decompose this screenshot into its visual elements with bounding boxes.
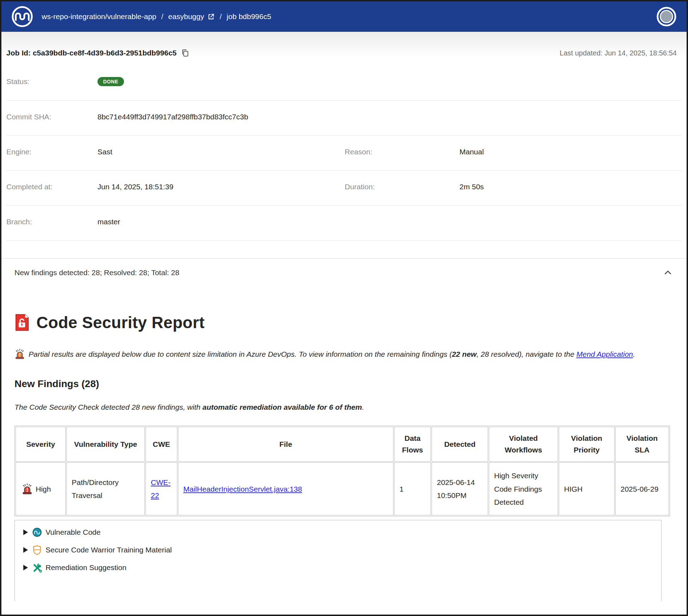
- duration-label: Duration:: [345, 183, 459, 191]
- copy-job-id-button[interactable]: [181, 49, 189, 57]
- finding-details-box: Vulnerable Code Secure Code Warrior Trai…: [14, 520, 662, 601]
- reason-label: Reason:: [345, 148, 459, 156]
- table-header-row: Severity Vulnerability Type CWE File Dat…: [16, 427, 669, 462]
- job-info-section: Job Id: c5a39bdb-ce8f-4d39-b6d3-2951bdb9…: [1, 32, 687, 241]
- col-severity: Severity: [16, 427, 66, 462]
- col-violation-sla: Violation SLA: [615, 427, 669, 462]
- notice-bold-new-count: 22 new: [452, 350, 476, 358]
- training-material-toggle[interactable]: Secure Code Warrior Training Material: [23, 545, 661, 555]
- branch-value: master: [97, 218, 345, 226]
- finding-row: High Path/Directory Traversal CWE-22 Mai…: [16, 462, 669, 515]
- violation-sla-cell: 2025-06-29: [615, 462, 669, 515]
- breadcrumb-separator: /: [161, 12, 164, 21]
- engine-reason-row: Engine: Sast Reason: Manual: [6, 136, 682, 171]
- findings-expander: New findings detected: 28; Resolved: 28;…: [1, 258, 687, 601]
- training-material-label: Secure Code Warrior Training Material: [46, 546, 172, 554]
- orange-shield-icon: [32, 545, 42, 555]
- completed-at-label: Completed at:: [6, 183, 97, 191]
- breadcrumb: ws-repo-integration/vulnerable-app / eas…: [42, 12, 271, 21]
- vulnerable-code-toggle[interactable]: Vulnerable Code: [23, 527, 661, 537]
- breadcrumb-project-link[interactable]: easybuggy: [168, 12, 215, 21]
- severity-cell: High: [16, 462, 66, 515]
- commit-sha-label: Commit SHA:: [6, 113, 97, 121]
- findings-summary-bar[interactable]: New findings detected: 28; Resolved: 28;…: [1, 259, 687, 285]
- intro-text-1: The Code Security Check detected 28 new …: [14, 403, 202, 411]
- expand-triangle-icon: [23, 547, 28, 553]
- chevron-up-icon[interactable]: [663, 268, 672, 277]
- commit-sha-value: 8bc71e449ff3d749917af298ffb37bd83fcc7c3b: [97, 113, 345, 121]
- mend-teal-circle-icon: [32, 527, 42, 537]
- breadcrumb-job-label: job bdb996c5: [227, 12, 271, 21]
- branch-row: Branch: master: [6, 206, 682, 241]
- expand-triangle-icon: [23, 565, 28, 570]
- col-cwe: CWE: [146, 427, 177, 462]
- job-fields: Status: DONE Commit SHA: 8bc71e449ff3d74…: [6, 66, 682, 241]
- new-findings-heading: New Findings (28): [14, 378, 673, 390]
- red-lock-document-icon: [14, 314, 29, 331]
- completed-at-value: Jun 14, 2025, 18:51:39: [97, 183, 345, 191]
- col-vulnerability-type: Vulnerability Type: [66, 427, 145, 462]
- engine-value: Sast: [97, 148, 345, 156]
- cwe-cell: CWE-22: [146, 462, 177, 515]
- green-crossed-tools-icon: [32, 563, 42, 573]
- external-link-icon: [207, 13, 215, 20]
- commit-row: Commit SHA: 8bc71e449ff3d749917af298ffb3…: [6, 101, 682, 136]
- expand-triangle-icon: [23, 529, 28, 535]
- alarm-light-icon: [22, 483, 33, 494]
- remediation-suggestion-toggle[interactable]: Remediation Suggestion: [23, 563, 661, 573]
- partial-results-notice: Partial results are displayed below due …: [14, 348, 650, 361]
- alarm-light-icon: [14, 349, 25, 359]
- mend-logo-icon[interactable]: [11, 6, 33, 28]
- completed-duration-row: Completed at: Jun 14, 2025, 18:51:39 Dur…: [6, 171, 682, 206]
- findings-summary-text: New findings detected: 28; Resolved: 28;…: [14, 268, 179, 277]
- copy-icon: [181, 49, 189, 57]
- intro-bold: automatic remediation available for 6 of…: [202, 403, 362, 411]
- detected-cell: 2025-06-14 10:50PM: [432, 462, 488, 515]
- findings-intro: The Code Security Check detected 28 new …: [14, 403, 673, 411]
- col-detected: Detected: [432, 427, 488, 462]
- file-link[interactable]: MailHeaderInjectionServlet.java:138: [183, 485, 302, 493]
- breadcrumb-repo-link[interactable]: ws-repo-integration/vulnerable-app: [42, 12, 156, 21]
- top-navigation-bar: ws-repo-integration/vulnerable-app / eas…: [1, 1, 687, 32]
- data-flows-cell: 1: [394, 462, 431, 515]
- status-badge: DONE: [97, 77, 124, 86]
- notice-text-1: Partial results are displayed below due …: [29, 350, 452, 358]
- report-title: Code Security Report: [36, 313, 204, 332]
- col-violation-priority: Violation Priority: [559, 427, 615, 462]
- user-avatar[interactable]: [656, 6, 677, 27]
- vulnerability-type-cell: Path/Directory Traversal: [66, 462, 145, 515]
- breadcrumb-project-label: easybuggy: [168, 12, 204, 21]
- engine-label: Engine:: [6, 148, 97, 156]
- violated-workflows-cell: High Severity Code Findings Detected: [489, 462, 558, 515]
- reason-value: Manual: [459, 148, 682, 156]
- findings-table: Severity Vulnerability Type CWE File Dat…: [14, 426, 670, 516]
- status-label: Status:: [6, 77, 97, 86]
- job-id: Job Id: c5a39bdb-ce8f-4d39-b6d3-2951bdb9…: [6, 49, 177, 57]
- col-data-flows: Data Flows: [394, 427, 431, 462]
- notice-text-3: .: [633, 350, 635, 358]
- violation-priority-cell: HIGH: [559, 462, 615, 515]
- branch-label: Branch:: [6, 218, 97, 226]
- file-cell: MailHeaderInjectionServlet.java:138: [178, 462, 393, 515]
- last-updated: Last updated: Jun 14, 2025, 18:56:54: [560, 49, 682, 57]
- remediation-suggestion-label: Remediation Suggestion: [46, 563, 126, 572]
- cwe-link[interactable]: CWE-22: [151, 478, 171, 500]
- col-file: File: [178, 427, 393, 462]
- duration-value: 2m 50s: [459, 183, 682, 191]
- breadcrumb-separator: /: [220, 12, 222, 21]
- notice-text-2: , 28 resolved), navigate to the: [476, 350, 576, 358]
- vulnerable-code-label: Vulnerable Code: [46, 528, 101, 537]
- status-row: Status: DONE: [6, 66, 682, 101]
- intro-text-2: .: [362, 403, 364, 411]
- mend-application-link[interactable]: Mend Application: [576, 350, 633, 358]
- col-violated-workflows: Violated Workflows: [489, 427, 558, 462]
- severity-value: High: [36, 482, 51, 496]
- code-security-report: Code Security Report Partial results are…: [1, 313, 687, 601]
- page: ws-repo-integration/vulnerable-app / eas…: [0, 0, 688, 616]
